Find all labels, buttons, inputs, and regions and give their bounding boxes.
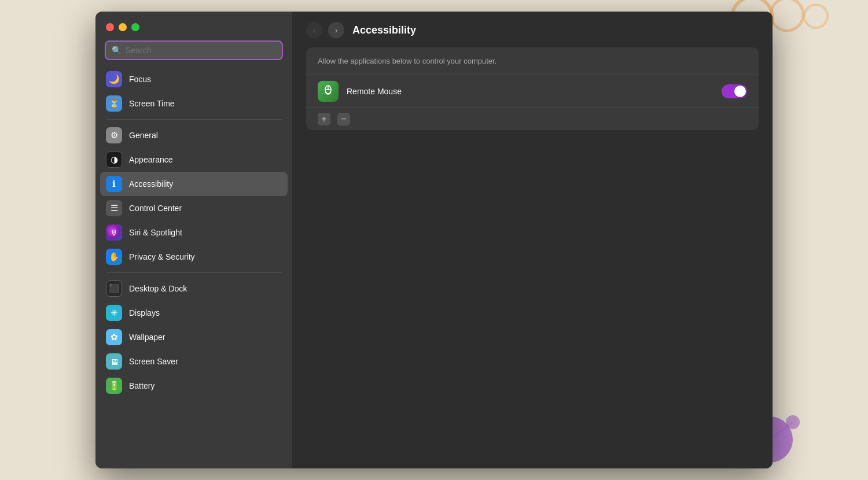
focus-icon: 🌙 xyxy=(106,71,122,87)
sidebar-section-system: ⚙ General ◑ Appearance ℹ Accessibility ☰… xyxy=(100,123,288,269)
sidebar-label-battery: Battery xyxy=(129,381,155,390)
screentime-icon: ⏳ xyxy=(106,95,122,112)
sidebar-item-general[interactable]: ⚙ General xyxy=(100,123,288,147)
screensaver-icon: 🖥 xyxy=(106,353,122,370)
sidebar-label-controlcenter: Control Center xyxy=(129,204,182,213)
sidebar-label-privacy: Privacy & Security xyxy=(129,252,195,261)
sidebar-item-focus[interactable]: 🌙 Focus xyxy=(100,67,288,91)
sidebar-section-top: 🌙 Focus ⏳ Screen Time xyxy=(100,67,288,116)
sidebar: 🔍 🌙 Focus ⏳ Screen Time xyxy=(95,12,292,468)
forward-icon: › xyxy=(335,25,338,35)
battery-icon: 🔋 xyxy=(106,378,122,394)
search-icon: 🔍 xyxy=(112,46,122,55)
app-icon-remotemouse xyxy=(318,81,339,102)
svg-point-2 xyxy=(804,5,827,28)
add-app-button[interactable]: + xyxy=(318,113,330,125)
sidebar-label-accessibility: Accessibility xyxy=(129,179,173,189)
sidebar-item-controlcenter[interactable]: ☰ Control Center xyxy=(100,196,288,220)
main-content: ‹ › Accessibility Allow the applications… xyxy=(292,12,773,468)
main-body: Allow the applications below to control … xyxy=(292,47,773,468)
sidebar-item-displays[interactable]: ✳ Displays xyxy=(100,301,288,325)
sidebar-label-displays: Displays xyxy=(129,308,160,317)
content-description: Allow the applications below to control … xyxy=(306,47,759,75)
svg-line-7 xyxy=(770,422,793,440)
sidebar-label-siri: Siri & Spotlight xyxy=(129,228,182,237)
sidebar-label-focus: Focus xyxy=(129,75,151,84)
appearance-icon: ◑ xyxy=(106,152,122,168)
close-button[interactable] xyxy=(106,23,114,31)
main-header: ‹ › Accessibility xyxy=(292,12,773,47)
displays-icon: ✳ xyxy=(106,305,122,321)
sidebar-label-screentime: Screen Time xyxy=(129,99,175,108)
sidebar-item-screentime[interactable]: ⏳ Screen Time xyxy=(100,91,288,116)
search-box: 🔍 xyxy=(105,40,283,60)
sidebar-item-battery[interactable]: 🔋 Battery xyxy=(100,374,288,398)
search-container: 🔍 xyxy=(95,40,292,67)
sidebar-label-general: General xyxy=(129,131,158,140)
content-box: Allow the applications below to control … xyxy=(306,47,759,130)
svg-point-5 xyxy=(786,415,800,429)
remove-app-button[interactable]: − xyxy=(337,113,350,125)
back-button[interactable]: ‹ xyxy=(306,22,322,38)
wallpaper-icon: ✿ xyxy=(106,329,122,345)
maximize-button[interactable] xyxy=(131,23,139,31)
controlcenter-icon: ☰ xyxy=(106,200,122,216)
sidebar-label-screensaver: Screen Saver xyxy=(129,357,178,366)
main-window: 🔍 🌙 Focus ⏳ Screen Time xyxy=(95,12,773,468)
remove-icon: − xyxy=(341,114,346,124)
back-icon: ‹ xyxy=(313,25,316,35)
window-controls xyxy=(106,23,139,31)
sidebar-item-privacy[interactable]: ✋ Privacy & Security xyxy=(100,245,288,269)
privacy-icon: ✋ xyxy=(106,249,122,265)
toggle-track xyxy=(722,84,747,98)
sidebar-item-desktopdock[interactable]: ⬛ Desktop & Dock xyxy=(100,276,288,301)
app-row-remotemouse: Remote Mouse xyxy=(306,75,759,108)
toggle-thumb xyxy=(734,86,746,97)
search-input[interactable] xyxy=(126,46,276,55)
sidebar-section-display: ⬛ Desktop & Dock ✳ Displays ✿ Wallpaper … xyxy=(100,276,288,398)
svg-point-1 xyxy=(771,0,803,31)
sidebar-item-screensaver[interactable]: 🖥 Screen Saver xyxy=(100,349,288,374)
app-name-remotemouse: Remote Mouse xyxy=(347,87,713,96)
sidebar-item-wallpaper[interactable]: ✿ Wallpaper xyxy=(100,325,288,349)
toggle-remotemouse[interactable] xyxy=(722,84,747,98)
sidebar-label-wallpaper: Wallpaper xyxy=(129,333,165,342)
desktopdock-icon: ⬛ xyxy=(106,280,122,297)
action-row: + − xyxy=(306,108,759,130)
sidebar-item-accessibility[interactable]: ℹ Accessibility xyxy=(100,172,288,196)
sidebar-label-appearance: Appearance xyxy=(129,155,173,164)
sidebar-divider-1 xyxy=(106,119,282,120)
forward-button[interactable]: › xyxy=(328,22,344,38)
sidebar-divider-2 xyxy=(106,272,282,273)
sidebar-list: 🌙 Focus ⏳ Screen Time ⚙ General xyxy=(95,67,292,468)
page-title: Accessibility xyxy=(352,24,416,36)
sidebar-item-siri[interactable]: 🎙 Siri & Spotlight xyxy=(100,220,288,245)
add-icon: + xyxy=(321,114,326,124)
siri-icon: 🎙 xyxy=(106,224,122,241)
sidebar-label-desktopdock: Desktop & Dock xyxy=(129,284,187,293)
general-icon: ⚙ xyxy=(106,127,122,143)
sidebar-item-appearance[interactable]: ◑ Appearance xyxy=(100,147,288,172)
minimize-button[interactable] xyxy=(119,23,127,31)
accessibility-icon: ℹ xyxy=(106,176,122,192)
